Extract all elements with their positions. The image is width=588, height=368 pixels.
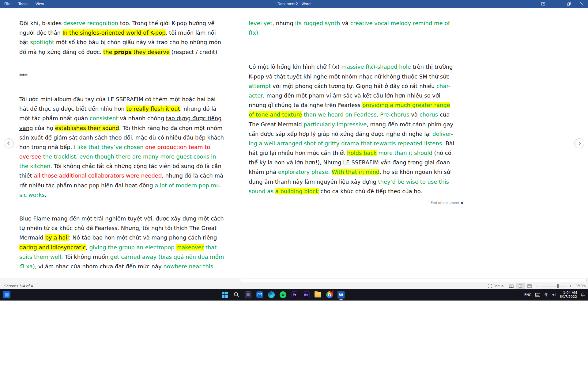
- ribbon-display-options-button[interactable]: [537, 0, 549, 8]
- screens-indicator[interactable]: Screens 3-4 of 4: [0, 284, 33, 288]
- previous-screen-button[interactable]: [4, 138, 14, 148]
- text-run: (nó có: [432, 150, 451, 156]
- text-run: tự nhiên từ ca khúc chủ đề Fearless. Như…: [19, 225, 217, 231]
- text-run: , mang đến một cảnh phim gay: [367, 121, 453, 128]
- text-run: , nhưng đó là cách mà: [162, 172, 223, 179]
- notification-bell-icon[interactable]: [581, 293, 585, 297]
- volume-icon[interactable]: [552, 293, 556, 297]
- text-run: và: [409, 111, 420, 118]
- text-line: attempt với một phong cách tương tự. Giọ…: [249, 81, 463, 91]
- text-run: a building block: [275, 188, 318, 194]
- menu-bar: File Tools View: [0, 2, 44, 6]
- photos-app-button[interactable]: [244, 291, 252, 299]
- text-run: props: [114, 49, 132, 55]
- text-run: the kitchen.: [19, 163, 52, 169]
- wifi-icon[interactable]: [544, 293, 548, 297]
- search-button[interactable]: [232, 291, 240, 299]
- text-run: one production team to: [145, 144, 210, 150]
- menu-view[interactable]: View: [36, 2, 44, 6]
- web-layout-icon: [527, 284, 532, 288]
- text-line: khám phá exploratory phase. With that in…: [249, 167, 463, 177]
- language-indicator[interactable]: ENG: [524, 293, 532, 297]
- text-run: providing a much greater range: [362, 102, 450, 108]
- horizontal-scrollbar-thumb[interactable]: [241, 279, 587, 282]
- zoom-out-button[interactable]: −: [534, 283, 541, 289]
- text-run: dụng âm thanh này làm nguyên liệu xây dự…: [249, 178, 378, 185]
- text-run: all those additional collaborators were …: [34, 172, 162, 179]
- text-run: hát để thực sự được biết đến nhìu hơn: [19, 105, 126, 112]
- paragraph: ***: [19, 71, 240, 80]
- minimize-button[interactable]: [549, 0, 562, 8]
- zoom-level[interactable]: 150%: [574, 284, 588, 288]
- text-line: bật spotlight một số kho báu bị chôn giấ…: [19, 37, 240, 47]
- end-of-document-marker: End of document: [249, 199, 463, 205]
- text-run: chorus: [420, 111, 438, 118]
- text-line: đi xa), vì âm nhạc của nhóm chưa đạt đến…: [19, 262, 240, 271]
- text-run: khám phá: [249, 169, 278, 175]
- text-run: , nhưng: [272, 20, 295, 26]
- text-line: vang của họ establishes their sound. Tôi…: [19, 123, 240, 133]
- taskbar-corner-app-icon[interactable]: [3, 291, 10, 298]
- text-line: cấn được sắp xếp hợp lý giúp nó xứng đán…: [249, 129, 463, 139]
- web-layout-button[interactable]: [525, 283, 534, 289]
- text-run: a lot of modern pop mu-: [155, 182, 222, 189]
- text-run: , họ sẽ khôn ngoan khi sử: [379, 169, 450, 175]
- print-layout-button[interactable]: [516, 283, 525, 289]
- text-run: The Great Mermaid: [249, 121, 303, 128]
- text-run: và nhanh chóng: [118, 115, 166, 121]
- status-bar: Screens 3-4 of 4 Focus − +: [0, 283, 588, 289]
- touch-keyboard-icon[interactable]: [535, 293, 540, 297]
- read-mode-button[interactable]: [507, 283, 516, 289]
- spotify-button[interactable]: [279, 291, 287, 299]
- paragraph: Tôi ước mini-album đầu tay của LE SSERAF…: [19, 94, 240, 200]
- mail-app-button[interactable]: [256, 291, 263, 299]
- text-run: suits them well: [19, 254, 61, 260]
- text-line: Tôi ước mini-album đầu tay của LE SSERAF…: [19, 94, 240, 104]
- page-right: level yet, nhưng its rugged synth và cre…: [249, 8, 463, 278]
- text-run: Blue Flame mang đến một trải nghiệm tuyệ…: [19, 215, 224, 222]
- focus-button[interactable]: Focus: [485, 283, 507, 289]
- restore-button[interactable]: [562, 0, 575, 8]
- after-effects-button[interactable]: Ae: [302, 291, 310, 299]
- text-run: . Tôi thích rằng họ đã chọn một nhóm: [119, 125, 223, 131]
- zoom-slider[interactable]: [541, 283, 567, 289]
- window-controls: [537, 0, 588, 8]
- premiere-pro-button[interactable]: Pr: [291, 291, 298, 299]
- text-run: .: [328, 169, 331, 175]
- text-run: sản xuất để giám sát danh sách theo dõi,…: [19, 134, 224, 141]
- text-line: level yet, nhưng its rugged synth và cre…: [249, 18, 463, 28]
- zoom-slider-thumb[interactable]: [557, 284, 559, 288]
- text-run: too. Trong thế giới K-pop hướng về: [118, 20, 214, 26]
- end-of-document-label: End of document: [431, 201, 459, 205]
- horizontal-scrollbar[interactable]: [0, 278, 588, 283]
- system-tray: ENG 1:04 AM 6/17/2022: [524, 289, 585, 301]
- text-line: Đôi khi, b-sides deserve recognition too…: [19, 18, 240, 28]
- start-button[interactable]: [221, 291, 228, 299]
- zoom-in-button[interactable]: +: [567, 283, 574, 289]
- clock-time: 1:04 AM: [560, 291, 577, 295]
- text-run: Pre-chorus: [380, 111, 409, 118]
- spotify-icon: [280, 291, 286, 298]
- text-run: hát giữ lại nhiều hơn mức cần thiết: [249, 150, 347, 156]
- menu-tools[interactable]: Tools: [18, 2, 28, 6]
- close-button[interactable]: [575, 0, 588, 8]
- text-line: hát giữ lại nhiều hơn mức cần thiết hold…: [249, 148, 463, 158]
- text-run: vang: [19, 125, 33, 131]
- next-screen-button[interactable]: [574, 138, 584, 148]
- edge-button[interactable]: [267, 291, 275, 299]
- file-explorer-button[interactable]: [314, 291, 322, 299]
- chrome-button[interactable]: [326, 291, 333, 299]
- taskbar-icons: Pr Ae W: [221, 291, 345, 299]
- text-line: K-pop và thật tuyệt khi nghe một nhóm nh…: [249, 72, 463, 81]
- paragraph: Đôi khi, b-sides deserve recognition too…: [19, 18, 240, 57]
- text-line: Blue Flame mang đến một trải nghiệm tuyệ…: [19, 214, 240, 223]
- text-run: they deserve: [132, 49, 170, 55]
- focus-label: Focus: [493, 284, 503, 288]
- word-taskbar-button[interactable]: W: [337, 291, 345, 299]
- text-run: . Tôi không muốn: [61, 254, 110, 260]
- text-run: establishes their sound: [55, 125, 119, 131]
- text-line: những gì chúng ta đã nghe trên Fearless …: [249, 100, 463, 110]
- taskbar-clock[interactable]: 1:04 AM 6/17/2022: [560, 291, 577, 299]
- text-run: K-pop và thật tuyệt khi nghe một nhóm nh…: [249, 73, 450, 80]
- menu-file[interactable]: File: [4, 2, 10, 6]
